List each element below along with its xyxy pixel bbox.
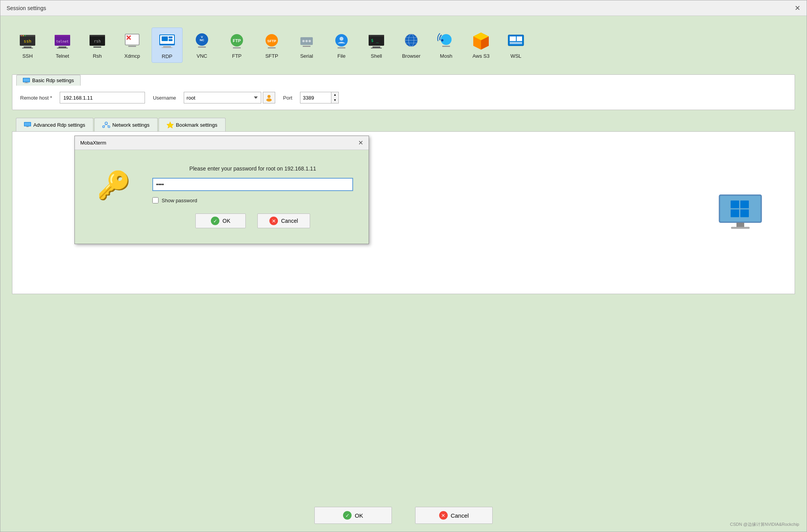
user-manager-button[interactable] (263, 92, 275, 103)
telnet-icon: telnet (52, 31, 73, 52)
svg-point-79 (102, 126, 104, 128)
password-input[interactable] (152, 178, 353, 191)
tab-content-area: MobaXterm ✕ 🔑 Please enter your passwo (12, 131, 795, 294)
tab-bookmark[interactable]: Bookmark settings (159, 118, 226, 131)
username-wrapper: root (184, 92, 275, 103)
protocol-ftp[interactable]: FTP FTP (221, 28, 252, 62)
svg-point-2 (21, 35, 22, 36)
svg-rect-45 (338, 47, 345, 48)
dialog-title: MobaXterm (80, 140, 106, 146)
awss3-icon (471, 31, 491, 52)
port-decrement-button[interactable]: ▼ (331, 98, 338, 103)
svg-text:ssh: ssh (24, 39, 31, 44)
advanced-tabs-row: Advanced Rdp settings Network settings (12, 118, 795, 131)
svg-rect-37 (268, 47, 276, 48)
port-input[interactable] (300, 92, 331, 103)
svg-rect-90 (736, 223, 744, 227)
protocol-xdmcp[interactable]: Xdmcp (117, 28, 148, 62)
shell-label: Shell (371, 53, 382, 59)
vnc-label: VNC (197, 53, 207, 59)
protocol-wsl[interactable]: WSL (500, 28, 531, 62)
svg-rect-89 (740, 210, 749, 217)
svg-rect-16 (93, 46, 101, 48)
main-content: ssh SSH telnet (0, 16, 807, 499)
protocol-file[interactable]: File (326, 28, 357, 62)
window-title: Session settings (7, 5, 46, 11)
remote-host-input[interactable] (60, 92, 145, 103)
dialog-title-bar: MobaXterm ✕ (75, 136, 369, 150)
svg-rect-47 (369, 35, 384, 36)
footer: ✓ OK ✕ Cancel (0, 499, 807, 532)
svg-rect-68 (510, 42, 522, 44)
wsl-icon (505, 31, 526, 52)
protocol-vnc[interactable]: V NC VNC (186, 28, 217, 62)
protocol-mosh[interactable]: Mosh (431, 28, 462, 62)
port-increment-button[interactable]: ▲ (331, 92, 338, 98)
protocol-rsh[interactable]: rsh Rsh (82, 28, 113, 62)
tab-advanced-rdp[interactable]: Advanced Rdp settings (16, 118, 93, 131)
cancel-icon: ✕ (269, 217, 278, 225)
show-password-checkbox[interactable] (152, 197, 159, 203)
password-dialog: MobaXterm ✕ 🔑 Please enter your passwo (74, 136, 369, 244)
mosh-label: Mosh (440, 53, 452, 59)
vnc-icon: V NC (191, 31, 212, 52)
rdp-label: RDP (162, 53, 172, 59)
ssh-icon: ssh (17, 31, 38, 52)
browser-icon (401, 31, 422, 52)
basic-rdp-panel: Basic Rdp settings Remote host * Usernam… (12, 74, 795, 110)
svg-rect-71 (25, 82, 28, 83)
basic-rdp-tab-label: Basic Rdp settings (32, 77, 74, 83)
footer-cancel-label: Cancel (451, 512, 469, 519)
protocol-sftp[interactable]: SFTP SFTP (256, 28, 287, 62)
svg-rect-27 (162, 47, 172, 48)
basic-rdp-body: Remote host * Username root (12, 86, 795, 110)
title-bar: Session settings ✕ (0, 0, 807, 16)
protocol-telnet[interactable]: telnet Telnet (47, 28, 78, 62)
svg-point-3 (23, 35, 24, 36)
protocol-serial[interactable]: Serial (291, 28, 322, 62)
svg-text:FTP: FTP (233, 38, 241, 43)
browser-label: Browser (402, 53, 421, 59)
svg-point-4 (25, 35, 26, 36)
basic-rdp-form-row: Remote host * Username root (20, 92, 787, 103)
svg-rect-1 (20, 35, 35, 36)
protocol-rdp[interactable]: RDP (152, 28, 183, 63)
svg-rect-24 (169, 36, 172, 38)
tab-network[interactable]: Network settings (94, 118, 158, 131)
protocol-browser[interactable]: Browser (396, 28, 427, 62)
dialog-body: 🔑 Please enter your password for root on… (75, 150, 369, 244)
dialog-ok-button[interactable]: ✓ OK (195, 213, 246, 228)
protocol-awss3[interactable]: Aws S3 (466, 28, 497, 62)
dialog-close-button[interactable]: ✕ (358, 139, 363, 146)
footer-ok-button[interactable]: ✓ OK (314, 507, 392, 524)
svg-text:rsh: rsh (94, 39, 101, 43)
svg-rect-11 (59, 46, 66, 48)
svg-point-80 (108, 126, 110, 128)
basic-rdp-tab[interactable]: Basic Rdp settings (16, 75, 81, 86)
svg-rect-14 (90, 35, 105, 36)
username-select[interactable]: root (184, 92, 261, 103)
username-label: Username (153, 95, 176, 101)
svg-rect-26 (163, 46, 171, 47)
watermark: CSDN @边缘计算NVIDIA&Rockchip (730, 522, 799, 527)
window-close-button[interactable]: ✕ (795, 5, 800, 12)
svg-point-40 (305, 40, 308, 42)
shell-icon: $ _ (366, 31, 387, 52)
svg-rect-12 (57, 48, 68, 48)
main-window: Session settings ✕ ssh (0, 0, 807, 532)
svg-marker-83 (167, 122, 174, 128)
svg-point-44 (340, 37, 343, 41)
svg-rect-88 (731, 210, 739, 217)
dialog-overlay: MobaXterm ✕ 🔑 Please enter your passwo (12, 132, 795, 294)
protocol-ssh[interactable]: ssh SSH (12, 28, 43, 62)
windows-monitor-icon (717, 193, 764, 232)
footer-cancel-button[interactable]: ✕ Cancel (415, 507, 493, 524)
protocol-shell[interactable]: $ _ Shell (361, 28, 392, 62)
dialog-cancel-button[interactable]: ✕ Cancel (257, 213, 310, 228)
monitor-small-icon (23, 78, 30, 83)
svg-rect-91 (731, 227, 750, 229)
xdmcp-label: Xdmcp (124, 53, 140, 59)
svg-point-73 (267, 95, 271, 98)
port-spinners: ▲ ▼ (331, 92, 339, 103)
dialog-cancel-label: Cancel (281, 218, 298, 224)
